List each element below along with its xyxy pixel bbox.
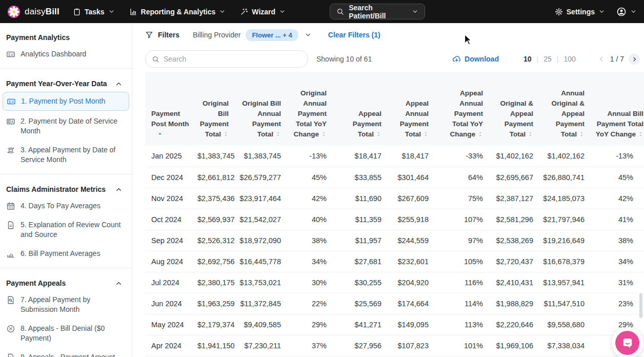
table-cell: $9,409,585 <box>233 314 285 335</box>
filters-label[interactable]: Filters <box>158 31 179 39</box>
table-cell: 30% <box>285 272 331 293</box>
table-cell: $16,445,778 <box>233 251 285 272</box>
sidebar-item-9-appeals-payment-amount-incorrect[interactable]: $9. Appeals - Payment Amount Incorrect <box>0 348 132 357</box>
chevron-right-icon <box>631 56 638 63</box>
page-size-10[interactable]: 10 <box>524 55 532 63</box>
chat-launcher-button[interactable] <box>615 331 639 355</box>
vertical-scrollbar[interactable] <box>639 293 642 318</box>
clear-filters-link[interactable]: Clear Filters (1) <box>328 31 380 39</box>
nav-menu-tasks[interactable]: Tasks <box>73 8 115 16</box>
table-cell: 105% <box>433 251 487 272</box>
sidebar-section-title-claims-administrator-metrics[interactable]: Claims Administrator Metrics <box>0 179 132 196</box>
table-row-oct-2024: Oct 2024$2,569,937$21,542,02740%$11,359$… <box>145 209 644 230</box>
sidebar-item-3-appeal-payment-by-date-of-service-month[interactable]: 3. Appeal Payment by Date of Service Mon… <box>0 141 132 169</box>
table-cell: 42% <box>285 188 331 209</box>
table-cell: $11,372,845 <box>233 293 285 314</box>
sidebar-item-7-appeal-payment-by-submission-month[interactable]: 7. Appeal Payment by Submission Month <box>0 290 132 319</box>
chevron-up-icon[interactable] <box>115 186 123 193</box>
sidebar-item-label: 2. Payment by Date of Service Month <box>21 116 126 136</box>
account-icon <box>616 7 627 17</box>
sort-icon[interactable] <box>638 131 643 137</box>
previous-page-button[interactable] <box>597 55 606 63</box>
page-size-25[interactable]: 25 <box>544 55 552 63</box>
table-cell: 34% <box>589 251 644 272</box>
page-size-100[interactable]: 100 <box>564 55 575 63</box>
sort-icon[interactable] <box>223 131 229 137</box>
report-chart-icon <box>129 8 137 16</box>
table-cell: 45% <box>285 167 331 188</box>
table-cell: $13,753,021 <box>233 272 285 293</box>
wand-icon <box>240 8 248 16</box>
sort-icon[interactable] <box>321 131 327 137</box>
column-header-annual-original-appeal-payment-total[interactable]: Annual Original & Appeal Payment Total <box>537 72 589 146</box>
table-row-aug-2024: Aug 2024$2,692,756$16,445,77834%$27,681$… <box>145 251 644 272</box>
nav-menu-reporting-analytics[interactable]: Reporting & Analytics <box>129 8 226 16</box>
table-cell: 41% <box>589 209 644 230</box>
column-header-original-appeal-payment-total[interactable]: Original & Appeal Payment Total <box>487 72 537 146</box>
table-toolbar: Showing 10 of 61 Download 10 | 25 | 100 … <box>133 46 644 72</box>
column-header-payment-post-month[interactable]: Payment Post Month <box>145 72 193 146</box>
table-search-input[interactable] <box>164 55 301 63</box>
column-header-appeal-payment-total[interactable]: Appeal Payment Total <box>331 72 386 146</box>
table-cell: $2,220,646 <box>487 314 537 335</box>
table-cell: $2,661,812 <box>193 167 233 188</box>
table-cell: $232,601 <box>386 251 433 272</box>
sidebar-item-2-payment-by-date-of-service-month[interactable]: 2. Payment by Date of Service Month <box>0 112 132 141</box>
table-cell: $1,383,745 <box>233 146 285 167</box>
billing-provider-filter-chip[interactable]: Flower ... + 4 <box>246 29 298 41</box>
table-cell: 113% <box>433 314 487 335</box>
nav-menu-wizard[interactable]: Wizard <box>240 8 286 16</box>
column-header-label: Payment Post Month <box>151 110 189 128</box>
row-month-cell: Oct 2024 <box>145 209 193 230</box>
row-month-cell: Dec 2024 <box>145 167 193 188</box>
table-cell: $1,941,150 <box>193 335 233 356</box>
table-cell: 22% <box>285 293 331 314</box>
account-menu[interactable] <box>616 7 637 17</box>
column-header-original-bill-payment-total[interactable]: Original Bill Payment Total <box>193 72 233 146</box>
sidebar-item-1-payment-by-post-month[interactable]: $1. Payment by Post Month <box>3 92 129 111</box>
sort-icon[interactable] <box>376 131 381 137</box>
sort-icon[interactable] <box>477 131 483 137</box>
chevron-up-icon[interactable] <box>115 280 123 287</box>
sort-icon[interactable] <box>579 131 585 137</box>
sort-desc-icon[interactable] <box>157 131 163 136</box>
sidebar-section-title-payment-year-over-year-data[interactable]: Payment Year-Over-Year Data <box>0 73 132 91</box>
sidebar-section-title-payment-appeals[interactable]: Payment Appeals <box>0 273 132 290</box>
sidebar-item-4-days-to-pay-averages[interactable]: 4. Days To Pay Averages <box>0 196 132 215</box>
sidebar-item-8-appeals-bill-denial-0-payment[interactable]: 8. Appeals - Bill Denial ($0 Payment) <box>0 319 132 348</box>
next-page-button[interactable] <box>629 53 640 65</box>
column-header-appeal-annual-payment-total[interactable]: Appeal Annual Payment Total <box>386 72 433 146</box>
sidebar-item-5-explanation-of-review-count-and-source[interactable]: 5. Explanation of Review Count and Sourc… <box>0 215 132 244</box>
sort-icon[interactable] <box>528 131 533 137</box>
chevron-down-icon[interactable] <box>305 31 312 38</box>
table-cell: $2,179,374 <box>193 314 233 335</box>
table-cell: $244,559 <box>386 230 433 251</box>
chevron-down-icon <box>108 8 115 15</box>
column-header-annual-bill-payment-total-yoy-change[interactable]: Annual Bill Payment Total YoY Change <box>589 72 644 146</box>
data-table-container: Payment Post MonthOriginal Bill Payment … <box>145 72 644 356</box>
sort-icon[interactable] <box>275 131 281 137</box>
table-cell: 38% <box>589 230 644 251</box>
brand-logo[interactable]: daisyBill <box>7 5 59 18</box>
table-search[interactable] <box>145 50 308 68</box>
table-cell: $107,823 <box>386 335 433 356</box>
sort-icon[interactable] <box>423 131 429 137</box>
table-cell: $2,695,667 <box>487 167 537 188</box>
table-cell: $2,375,436 <box>193 188 233 209</box>
sidebar-item-6-bill-payment-averages[interactable]: 6. Bill Payment Averages <box>0 244 132 263</box>
chevron-up-icon[interactable] <box>115 80 123 88</box>
table-cell: 45% <box>589 167 644 188</box>
patient-bill-search[interactable]: Search Patient/Bill <box>330 4 425 19</box>
money-exchange-icon <box>6 146 15 155</box>
column-header-original-bill-annual-payment-total[interactable]: Original Bill Annual Payment Total <box>233 72 285 146</box>
column-header-original-annual-payment-total-yoy-change[interactable]: Original Annual Payment Total YoY Change <box>285 72 331 146</box>
separator: | <box>537 55 539 63</box>
download-label: Download <box>465 55 499 63</box>
table-cell: 31% <box>589 272 644 293</box>
download-button[interactable]: Download <box>452 55 499 64</box>
table-row-nov-2024: Nov 2024$2,375,436$23,917,46442%$11,690$… <box>145 188 644 209</box>
nav-menu-settings[interactable]: Settings <box>555 8 605 16</box>
sidebar-divider <box>0 68 132 69</box>
column-header-appeal-annual-payment-total-yoy-change[interactable]: Appeal Annual Payment Total YoY Change <box>433 72 487 146</box>
sidebar-item-analytics-dashboard[interactable]: $Analytics Dashboard <box>0 45 132 64</box>
